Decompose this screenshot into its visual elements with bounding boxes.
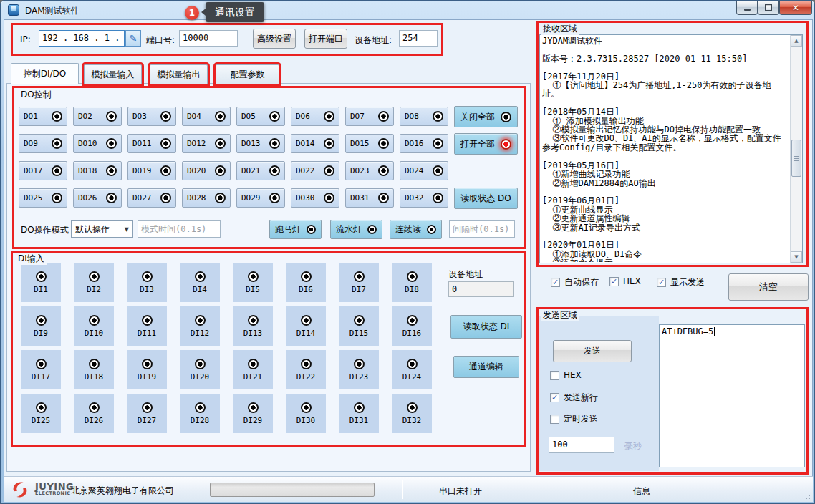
di-channel-tile-di6: DI6 xyxy=(286,263,326,302)
do-channel-button-do28[interactable]: DO28 xyxy=(182,188,231,208)
port-input[interactable]: 10000 xyxy=(179,30,238,47)
flow-led-icon xyxy=(367,225,377,234)
do-channel-button-do15[interactable]: DO15 xyxy=(345,134,394,153)
do-mode-select[interactable]: 默认操作 ▼ xyxy=(71,220,133,238)
do-channel-button-do3[interactable]: DO3 xyxy=(127,107,176,126)
marquee-button[interactable]: 跑马灯 xyxy=(269,220,322,239)
do-channel-button-do8[interactable]: DO8 xyxy=(400,107,448,126)
tab-config-params[interactable]: 配置参数 xyxy=(216,64,279,84)
maximize-button[interactable] xyxy=(758,1,779,15)
do-channel-label: DO29 xyxy=(241,193,261,203)
continuous-read-button[interactable]: 连续读 xyxy=(390,220,442,239)
do-channel-button-do31[interactable]: DO31 xyxy=(345,188,394,208)
do-channel-button-do16[interactable]: DO16 xyxy=(400,134,448,153)
scrollbar-thumb[interactable] xyxy=(791,140,801,177)
do-channel-button-do7[interactable]: DO7 xyxy=(345,107,394,126)
do-state-led-icon xyxy=(269,111,280,122)
flow-light-button[interactable]: 流水灯 xyxy=(330,220,382,239)
advanced-settings-button[interactable]: 高级设置 xyxy=(253,29,296,49)
read-do-status-button[interactable]: 读取状态 DO xyxy=(454,188,518,209)
continuous-read-label: 连续读 xyxy=(395,223,421,236)
ip-label: IP: xyxy=(20,34,31,44)
di-state-led-icon xyxy=(36,359,47,369)
do-channel-button-do29[interactable]: DO29 xyxy=(236,188,285,208)
di-channel-tile-di26: DI26 xyxy=(74,394,114,433)
tab-analog-input[interactable]: 模拟量输入 xyxy=(84,64,142,84)
ip-input[interactable]: 192 . 168 . 1 . 232 xyxy=(39,30,125,47)
open-port-button[interactable]: 打开端口 xyxy=(304,29,347,49)
di-channel-tile-di31: DI31 xyxy=(339,394,379,433)
do-channel-button-do24[interactable]: DO24 xyxy=(400,161,448,180)
do-channel-button-do30[interactable]: DO30 xyxy=(291,188,339,208)
do-channel-button-do22[interactable]: DO22 xyxy=(291,161,339,180)
do-channel-button-do27[interactable]: DO27 xyxy=(127,188,176,208)
do-channel-button-do21[interactable]: DO21 xyxy=(236,161,285,180)
di-channel-tile-di27: DI27 xyxy=(127,394,167,433)
di-state-led-icon xyxy=(248,359,259,369)
send-newline-checkbox[interactable]: ✓ 发送新行 xyxy=(550,392,598,404)
do-channel-button-do19[interactable]: DO19 xyxy=(127,161,176,180)
scroll-down-button[interactable]: ▼ xyxy=(791,251,802,263)
tab-label: 控制DI/DO xyxy=(24,68,67,80)
channel-edit-button[interactable]: 通道编辑 xyxy=(453,356,519,378)
do-channel-label: DO17 xyxy=(24,166,43,175)
tab-control-dido[interactable]: 控制DI/DO xyxy=(11,63,79,84)
close-all-label: 关闭全部 xyxy=(460,111,495,123)
do-channel-label: DO5 xyxy=(241,112,256,121)
di-device-address-input[interactable]: 0 xyxy=(448,281,514,297)
do-channel-button-do2[interactable]: DO2 xyxy=(73,107,122,126)
receive-title: 接收区域 xyxy=(541,23,579,35)
autosave-checkbox[interactable]: ✓ 自动保存 xyxy=(551,276,599,289)
mode-time-input[interactable]: 模式时间(0.1s) xyxy=(138,220,221,238)
do-channel-button-do32[interactable]: DO32 xyxy=(400,188,448,208)
do-channel-button-do9[interactable]: DO9 xyxy=(19,134,67,153)
receive-log[interactable]: JYDAM调试软件 版本号：2.3.7315.28527 [2020-01-11… xyxy=(539,34,803,263)
send-textarea[interactable]: AT+DEBUG=5 xyxy=(659,324,805,467)
close-all-button[interactable]: 关闭全部 xyxy=(454,106,518,127)
close-button[interactable]: ✕ xyxy=(779,1,812,15)
edit-ip-button[interactable]: ✎ xyxy=(125,30,141,47)
do-channel-button-do20[interactable]: DO20 xyxy=(182,161,231,180)
di-channel-label: DI15 xyxy=(349,329,369,338)
do-channel-label: DO4 xyxy=(187,112,201,121)
do-channel-button-do23[interactable]: DO23 xyxy=(345,161,394,180)
do-channel-button-do1[interactable]: DO1 xyxy=(19,107,67,126)
do-channel-button-do10[interactable]: DO10 xyxy=(73,134,122,153)
send-title: 发送区域 xyxy=(541,309,579,321)
di-channel-label: DI7 xyxy=(352,285,366,294)
do-state-led-icon xyxy=(215,111,226,122)
receive-hex-checkbox[interactable]: ✓ HEX xyxy=(609,276,641,286)
tab-analog-output[interactable]: 模拟量输出 xyxy=(150,64,208,84)
clear-button[interactable]: 清空 xyxy=(728,273,809,301)
do-channel-button-do12[interactable]: DO12 xyxy=(182,134,231,153)
device-address-input[interactable]: 254 xyxy=(399,30,438,47)
do-channel-button-do11[interactable]: DO11 xyxy=(127,134,176,153)
minimize-button[interactable] xyxy=(736,1,758,15)
do-channel-button-do25[interactable]: DO25 xyxy=(19,188,67,208)
di-channel-label: DI17 xyxy=(32,372,51,382)
marquee-label: 跑马灯 xyxy=(275,223,301,236)
do-channel-button-do17[interactable]: DO17 xyxy=(19,161,67,180)
do-channel-button-do13[interactable]: DO13 xyxy=(236,134,285,153)
do-state-led-icon xyxy=(324,111,334,122)
scroll-up-button[interactable]: ▲ xyxy=(791,35,802,47)
do-channel-button-do14[interactable]: DO14 xyxy=(291,134,339,153)
read-di-status-button[interactable]: 读取状态 DI xyxy=(450,315,522,339)
send-hex-checkbox[interactable]: HEX xyxy=(550,370,582,380)
do-channel-button-do6[interactable]: DO6 xyxy=(291,107,339,126)
do-channel-button-do26[interactable]: DO26 xyxy=(73,188,122,208)
logo-line2: ELECTRONIC xyxy=(35,491,74,496)
resize-grip-icon[interactable] xyxy=(803,492,810,499)
receive-scrollbar[interactable]: ▲ ▼ xyxy=(790,35,802,263)
do-channel-button-do18[interactable]: DO18 xyxy=(73,161,122,180)
show-send-checkbox[interactable]: ✓ 显示发送 xyxy=(657,276,705,289)
interval-input[interactable]: 间隔时(0.1s) xyxy=(449,220,515,238)
do-channel-button-do4[interactable]: DO4 xyxy=(182,107,231,126)
open-all-button[interactable]: 打开全部 xyxy=(454,133,518,155)
di-state-led-icon xyxy=(407,402,418,413)
send-button[interactable]: 发送 xyxy=(553,340,632,362)
timed-send-checkbox[interactable]: 定时发送 xyxy=(550,413,598,425)
timed-interval-input[interactable]: 100 xyxy=(549,437,614,453)
window-title: DAM测试软件 xyxy=(25,5,79,17)
do-channel-button-do5[interactable]: DO5 xyxy=(236,107,285,126)
